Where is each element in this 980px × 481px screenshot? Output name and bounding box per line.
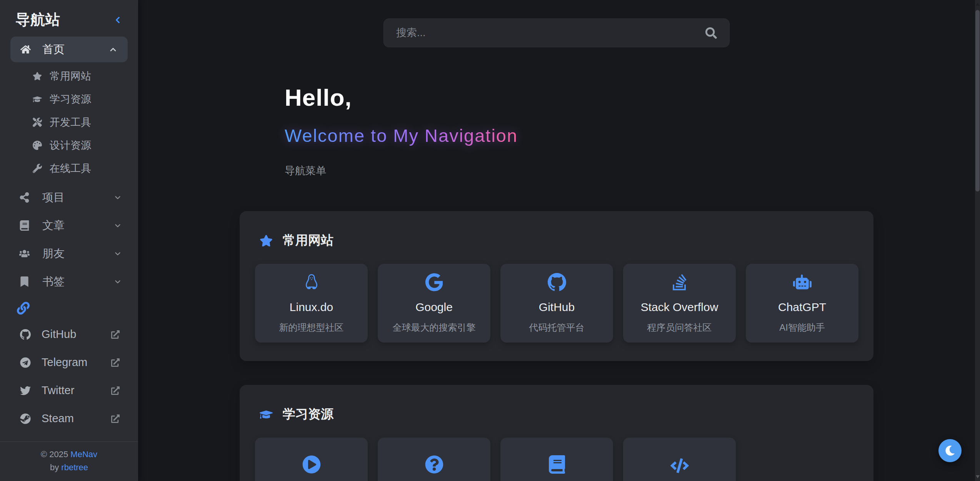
sidebar-item-telegram[interactable]: Telegram [0,348,138,376]
card-desc: 程序员问答社区 [647,321,712,334]
scroll-down-arrow[interactable] [975,473,980,480]
sidebar-item-home[interactable]: 首页 [10,37,128,62]
sidebar-item-online-tools[interactable]: 在线工具 [0,157,138,180]
sidebar-item-label: 开发工具 [50,115,91,129]
sidebar-footer: © 2025 MeNav by rbetree [0,441,138,481]
sidebar-social: GitHub Telegram Twitter Steam [0,320,138,433]
card-name: GitHub [539,301,575,314]
sidebar-item-articles[interactable]: 文章 [0,211,138,240]
card-desc: AI智能助手 [779,321,825,334]
graduation-cap-icon [260,408,273,421]
sidebar-item-label: 设计资源 [50,138,91,152]
section-header: 常用网站 [260,232,858,249]
graduation-cap-icon [33,95,42,104]
github-icon [548,273,566,291]
site-card-chatgpt[interactable]: ChatGPT AI智能助手 [746,264,858,343]
site-card-zhihu[interactable]: 知乎 [378,438,490,481]
sidebar-item-common-sites[interactable]: 常用网站 [0,65,138,88]
search-input[interactable] [396,27,705,39]
book-icon [548,455,566,474]
play-circle-icon [302,455,321,474]
site-card-stackoverflow[interactable]: Stack Overflow 程序员问答社区 [623,264,736,343]
share-nodes-icon [19,192,30,203]
sidebar-item-label: 项目 [42,190,65,205]
palette-icon [33,141,42,150]
wrench-icon [33,164,42,173]
section-learning: 学习资源 哔哩哔哩 知乎 掘金 [240,385,873,481]
chevron-left-icon [113,15,123,25]
code-icon [670,457,689,475]
sidebar-item-friends[interactable]: 朋友 [0,240,138,268]
search-icon[interactable] [705,27,717,39]
scrollbar-thumb[interactable] [975,10,980,191]
link-icon [17,302,30,315]
home-icon [20,44,31,55]
section-title: 学习资源 [283,406,333,423]
scroll-up-arrow[interactable] [975,1,980,8]
sidebar-item-twitter[interactable]: Twitter [0,376,138,404]
sidebar-item-bookmarks[interactable]: 书签 [0,268,138,296]
section-common-sites: 常用网站 Linux.do 新的理想型社区 Google 全球最大的搜索引擎 [240,211,873,361]
github-icon [20,329,31,340]
card-grid: 哔哩哔哩 知乎 掘金 LeetCode [255,438,858,481]
sidebar-item-dev-tools[interactable]: 开发工具 [0,111,138,134]
hero: Hello, Welcome to My Navigation 导航菜单 [285,84,975,178]
site-card-leetcode[interactable]: LeetCode [623,438,736,481]
steam-icon [20,413,31,424]
copyright-text: © 2025 [41,449,68,459]
card-desc: 新的理想型社区 [279,321,344,334]
external-link-icon [111,330,120,339]
section-title: 常用网站 [283,232,333,249]
search-bar [383,18,730,47]
sidebar-item-label: 朋友 [42,246,65,261]
screwdriver-wrench-icon [33,118,42,127]
external-link-icon [111,414,120,423]
hero-headline: Welcome to My Navigation [285,125,518,146]
site-card-juejin[interactable]: 掘金 [500,438,613,481]
social-label: Twitter [42,384,74,397]
robot-icon [793,273,812,291]
theme-toggle-button[interactable] [938,439,962,462]
copyright-line: © 2025 MeNav [0,448,138,461]
chevron-down-icon [113,193,122,202]
site-card-bilibili[interactable]: 哔哩哔哩 [255,438,368,481]
site-card-google[interactable]: Google 全球最大的搜索引擎 [378,264,490,343]
hero-subtitle: 导航菜单 [285,164,975,178]
sidebar-groups: 项目 文章 朋友 书签 [0,183,138,296]
section-header: 学习资源 [260,406,858,423]
star-icon [33,72,42,81]
sidebar-item-github[interactable]: GitHub [0,320,138,348]
sidebar-item-label: 文章 [42,218,65,233]
card-name: Linux.do [290,301,333,314]
card-name: ChatGPT [778,301,826,314]
links-section-marker[interactable] [0,296,138,320]
sidebar-item-label: 书签 [42,274,65,290]
site-card-linuxdo[interactable]: Linux.do 新的理想型社区 [255,264,368,343]
star-icon [260,234,273,247]
chevron-down-icon [113,250,122,258]
sidebar-item-learning[interactable]: 学习资源 [0,88,138,111]
sidebar-item-label: 学习资源 [50,92,91,106]
author-link[interactable]: rbetree [61,463,88,472]
card-desc: 代码托管平台 [529,321,585,334]
external-link-icon [111,386,120,395]
sidebar-item-design[interactable]: 设计资源 [0,134,138,157]
chevron-up-icon [108,45,118,54]
sidebar-item-steam[interactable]: Steam [0,404,138,433]
telegram-icon [20,357,31,368]
site-card-github[interactable]: GitHub 代码托管平台 [500,264,613,343]
hero-greeting: Hello, [285,84,975,111]
google-icon [425,273,443,291]
sidebar-item-projects[interactable]: 项目 [0,183,138,211]
card-grid: Linux.do 新的理想型社区 Google 全球最大的搜索引擎 GitHub… [255,264,858,343]
brand-link[interactable]: MeNav [70,449,97,459]
sidebar-collapse-button[interactable] [111,13,124,27]
social-label: Steam [42,412,74,425]
question-circle-icon [425,455,443,474]
users-icon [19,248,30,259]
by-text: by [50,463,59,472]
sidebar-header: 导航站 [0,0,138,37]
sidebar: 导航站 首页 常用网站 学习资源 开发工具 设计资源 在线工具 [0,0,138,481]
site-title: 导航站 [15,10,60,30]
sidebar-item-label: 常用网站 [50,69,91,83]
